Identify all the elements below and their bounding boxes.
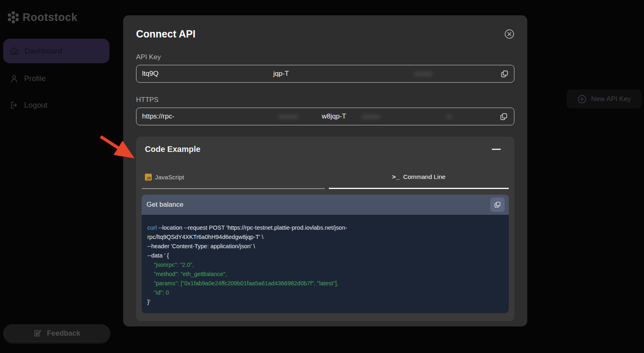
code-line: curl --location --request POST 'https://… [147,223,504,233]
sidebar-item-label: Profile [24,74,46,83]
copy-api-key-button[interactable] [500,69,509,79]
api-key-value-end: jqp-T [273,70,289,78]
code-example-card: Code Example JS JavaScript >_ Command Li… [136,137,514,321]
code-line: rpc/ltq9QSdY4XKTr6a0hH94d6edgw8jqp-T' \ [147,233,504,242]
tab-command-line[interactable]: >_ Command Line [329,173,509,189]
snippet-header: Get balance [142,195,509,215]
logout-icon [10,101,19,110]
redacted-blur [446,115,452,119]
sidebar: Rootstock Dashboard Profile [0,0,114,353]
snippet-title: Get balance [147,201,184,209]
minimize-icon [492,149,501,150]
sidebar-item-logout[interactable]: Logout [3,98,109,112]
terminal-prompt-icon: >_ [392,173,400,181]
copy-snippet-button[interactable] [490,197,505,212]
new-api-key-button[interactable]: New API Key [567,89,642,108]
user-icon [10,74,19,83]
https-value-start: https://rpc- [142,112,174,120]
collapse-button[interactable] [490,147,502,152]
api-key-label: API Key [136,53,514,61]
copy-icon [499,112,508,121]
copy-https-button[interactable] [499,112,508,121]
rootstock-logo-icon [6,10,20,24]
code-line: "params": ["0x1fab9a0e24ffc209b01faa5a61… [147,279,504,288]
plus-circle-icon [577,94,587,104]
code-line: "method": "eth_getBalance", [147,270,504,279]
new-api-key-label: New API Key [591,95,631,103]
redacted-blur [414,72,433,76]
code-snippet: Get balance curl --location --request PO… [142,195,509,313]
sidebar-item-dashboard[interactable]: Dashboard [3,39,109,63]
modal-title: Connect API [136,28,196,40]
feedback-label: Feedback [47,329,80,338]
api-key-value-start: ltq9Q [142,70,159,78]
tab-command-line-label: Command Line [403,173,446,181]
redacted-blur [278,115,298,119]
home-icon [10,46,19,56]
sidebar-item-label: Logout [24,101,47,110]
https-input[interactable]: https://rpc- w8jqp-T [136,108,514,125]
feedback-button[interactable]: Feedback [3,324,110,342]
close-icon [504,29,514,39]
screen: Rootstock Dashboard Profile [0,0,644,353]
code-line: }' [147,297,504,307]
brand-logo: Rootstock [6,10,78,24]
code-block: curl --location --request POST 'https://… [142,215,509,313]
code-line: "id": 0 [147,288,504,297]
code-line: "jsonrpc": "2.0", [147,260,504,270]
sidebar-item-profile[interactable]: Profile [3,72,109,85]
code-line: --header 'Content-Type: application/json… [147,242,504,251]
copy-icon [500,69,509,79]
feedback-icon [33,329,42,338]
copy-icon [493,201,502,209]
sidebar-item-label: Dashboard [25,47,62,56]
https-value-end: w8jqp-T [322,112,346,120]
code-example-title: Code Example [145,145,200,154]
brand-name: Rootstock [23,11,78,24]
tab-javascript-label: JavaScript [155,174,184,181]
redacted-blur [362,115,380,119]
https-label: HTTPS [136,96,514,104]
connect-api-modal: Connect API API Key ltq9Q jqp-T [123,15,527,326]
api-key-input[interactable]: ltq9Q jqp-T [136,65,514,83]
code-line: --data ' { [147,251,504,260]
tab-javascript[interactable]: JS JavaScript [142,173,325,189]
close-button[interactable] [504,29,514,39]
js-badge-icon: JS [145,174,152,181]
code-language-tabs: JS JavaScript >_ Command Line [142,173,509,189]
